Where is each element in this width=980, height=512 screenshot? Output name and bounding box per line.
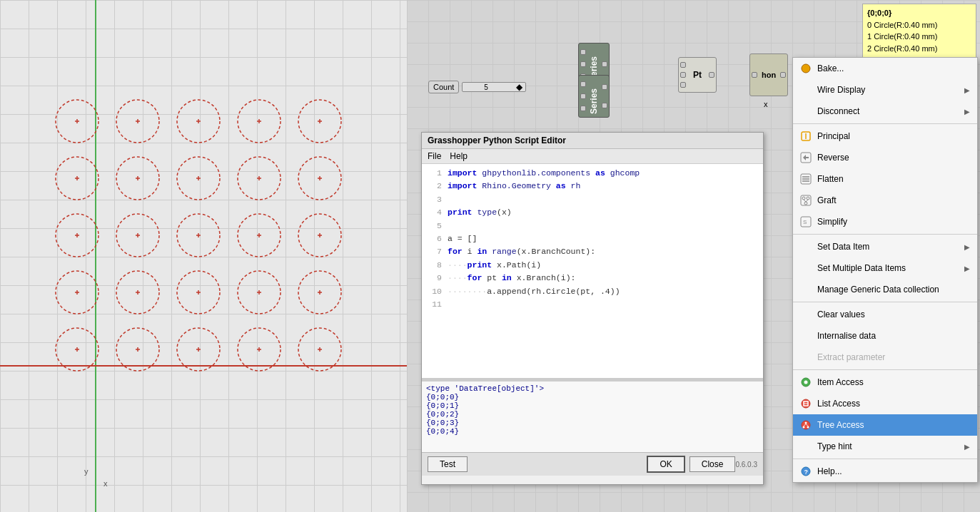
manage-generic-label: Manage Generic Data collection [817,285,970,295]
menu-item-graft[interactable]: Graft [793,190,977,211]
menu-file[interactable]: File [428,151,441,161]
set-multiple-label: Set Multiple Data Items [817,263,964,273]
circle-cell [168,207,228,264]
circle-grid [46,93,350,378]
disconnect-icon [799,104,813,118]
editor-code-area[interactable]: 1import ghpythonlib.components as ghcomp… [422,164,763,378]
pt-node[interactable]: Pt [678,57,717,93]
count-slider[interactable]: Count 5 ◆ [428,81,526,93]
slider-diamond: ◆ [516,82,522,92]
svg-point-85 [807,197,809,200]
set-multiple-arrow: ▶ [964,265,970,272]
close-button[interactable]: Close [689,456,736,472]
series-label-2: Series [587,76,600,117]
svg-point-86 [804,202,807,205]
disconnect-label: Disconnect [817,106,964,116]
circle-cell [46,207,107,264]
code-line-8: 8····print x.Path(i) [426,259,759,272]
slider-value: 5 [484,83,488,91]
output-line-0: <type 'DataTree[object]'> [426,384,759,393]
circle-cell [289,321,350,378]
svg-point-92 [804,381,808,384]
circle-cell [289,93,350,150]
extract-icon [799,350,813,364]
item-access-label: Item Access [817,377,970,387]
circle-cell [168,264,228,321]
simplify-icon: S [799,215,813,229]
port-n2[interactable] [580,93,586,99]
code-line-7: 7for i in range(x.BranchCount): [426,245,759,258]
port-s2-out[interactable] [602,84,607,90]
port-s[interactable] [580,49,586,55]
svg-text:?: ? [804,469,809,476]
principal-icon [799,129,813,143]
x-output-label: x [764,100,768,108]
item-access-icon [799,375,813,389]
circle-cell [107,93,168,150]
port-pt-out[interactable] [709,72,714,78]
wire-display-label: Wire Display [817,85,964,95]
circle-cell [289,264,350,321]
graft-label: Graft [817,195,970,205]
port-s2-out2[interactable] [602,103,607,108]
menu-item-principal[interactable]: Principal [793,126,977,147]
menu-item-clear-values[interactable]: Clear values [793,304,977,325]
disconnect-arrow: ▶ [964,108,970,116]
code-line-5: 5 [426,220,759,232]
menu-item-flatten[interactable]: Flatten [793,168,977,190]
canvas-area: y x [0,0,407,512]
tree-access-label: Tree Access [817,420,970,430]
ok-button[interactable]: OK [647,456,685,473]
port-s-out[interactable] [602,61,607,67]
circle-cell [46,264,107,321]
editor-buttons: Test OK Close [428,456,735,473]
flatten-icon [799,172,813,186]
menu-item-reverse[interactable]: Reverse [793,147,977,168]
menu-item-set-data-item[interactable]: Set Data Item ▶ [793,236,977,257]
port-x-in[interactable] [752,72,757,78]
menu-item-type-hint[interactable]: Type hint ▶ [793,436,977,457]
menu-item-item-access[interactable]: Item Access [793,372,977,393]
svg-point-75 [802,64,810,73]
slider-track[interactable]: 5 ◆ [462,82,526,92]
count-label: Count [428,81,459,93]
port-z[interactable] [680,82,686,88]
help-label: Help... [817,466,970,476]
menu-item-disconnect[interactable]: Disconnect ▶ [793,101,977,122]
code-line-6: 6a = [] [426,232,759,245]
menu-item-internalise[interactable]: Internalise data [793,325,977,347]
circle-cell [168,150,228,207]
menu-item-tree-access[interactable]: Tree Access [793,414,977,436]
port-n[interactable] [580,61,586,67]
python-right-ports [779,54,787,96]
menu-item-list-access[interactable]: List Access [793,393,977,414]
separator-4 [793,369,977,370]
circle-cell [228,93,289,150]
menu-item-bake[interactable]: Bake... [793,58,977,79]
clear-values-icon [799,307,813,322]
code-line-1: 1import ghpythonlib.components as ghcomp [426,167,759,180]
python-node[interactable]: hon out [749,53,788,96]
menu-item-wire-display[interactable]: Wire Display ▶ [793,79,977,101]
circle-cell [107,264,168,321]
gh-area: {0;0;0} 0 Circle(R:0.40 mm) 1 Circle(R:0… [407,0,980,512]
extract-label: Extract parameter [817,352,970,362]
svg-line-88 [806,200,808,202]
port-c2[interactable] [580,106,586,111]
simplify-label: Simplify [817,217,970,227]
port-out[interactable] [780,72,786,78]
menu-item-simplify[interactable]: S Simplify [793,211,977,232]
script-editor: Grasshopper Python Script Editor File He… [421,132,764,485]
menu-help[interactable]: Help [450,151,468,161]
test-button[interactable]: Test [428,456,468,472]
editor-titlebar: Grasshopper Python Script Editor [422,133,763,149]
series-node-2[interactable]: Series [578,75,610,118]
x-axis-label: x [103,479,108,488]
menu-item-help[interactable]: ? Help... [793,461,977,482]
code-line-9: 9····for pt in x.Branch(i): [426,272,759,285]
menu-item-manage-generic[interactable]: Manage Generic Data collection [793,279,977,300]
port-y[interactable] [680,72,686,78]
port-s2[interactable] [580,81,586,87]
port-x[interactable] [680,62,686,68]
menu-item-set-multiple[interactable]: Set Multiple Data Items ▶ [793,257,977,279]
